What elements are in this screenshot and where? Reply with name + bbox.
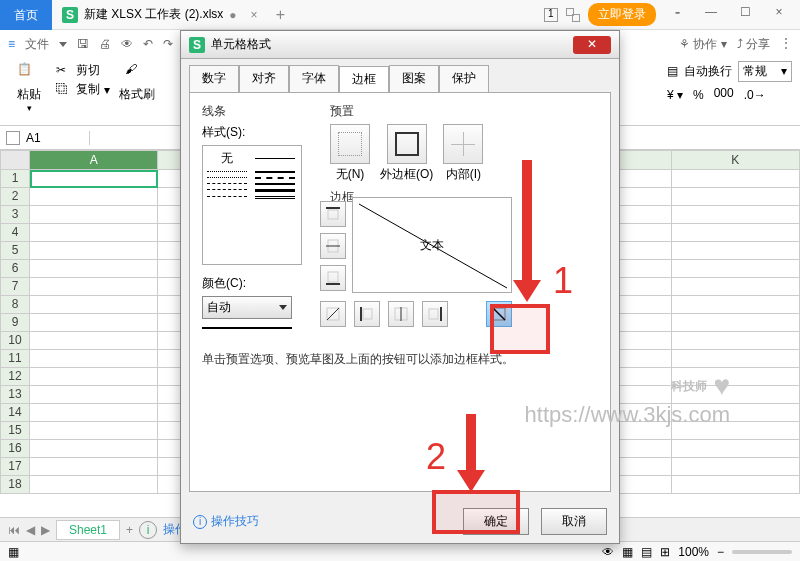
- col-header-A[interactable]: A: [30, 150, 158, 170]
- cell[interactable]: [30, 260, 158, 278]
- cell[interactable]: [30, 296, 158, 314]
- cell[interactable]: [672, 368, 800, 386]
- tab-number[interactable]: 数字: [189, 65, 239, 92]
- login-button[interactable]: 立即登录: [588, 3, 656, 26]
- row-header[interactable]: 16: [0, 440, 30, 458]
- cell[interactable]: [30, 224, 158, 242]
- maximize-icon[interactable]: ☐: [732, 5, 758, 25]
- tab-protect[interactable]: 保护: [439, 65, 489, 92]
- cell[interactable]: [672, 476, 800, 494]
- comma-icon[interactable]: 000: [714, 86, 734, 105]
- row-header[interactable]: 5: [0, 242, 30, 260]
- cell[interactable]: [672, 206, 800, 224]
- apps-icon[interactable]: [566, 8, 580, 22]
- row-header[interactable]: 3: [0, 206, 30, 224]
- border-top-button[interactable]: [320, 201, 346, 227]
- color-dropdown[interactable]: 自动: [202, 296, 292, 319]
- preset-outer-button[interactable]: 外边框(O): [380, 124, 433, 183]
- row-header[interactable]: 7: [0, 278, 30, 296]
- cell[interactable]: [672, 224, 800, 242]
- border-right-button[interactable]: [422, 301, 448, 327]
- tab-workbook[interactable]: S 新建 XLSX 工作表 (2).xlsx ● ×: [52, 0, 268, 30]
- cell[interactable]: [30, 188, 158, 206]
- cell[interactable]: [672, 350, 800, 368]
- collab-link[interactable]: ⚘ 协作 ▾: [679, 36, 727, 53]
- sheet-nav-first-icon[interactable]: ⏮: [8, 523, 20, 537]
- cell[interactable]: [672, 278, 800, 296]
- cell[interactable]: [30, 386, 158, 404]
- undo-icon[interactable]: ↶: [143, 37, 153, 51]
- tab-font[interactable]: 字体: [289, 65, 339, 92]
- row-header[interactable]: 6: [0, 260, 30, 278]
- row-header[interactable]: 14: [0, 404, 30, 422]
- info-button[interactable]: i: [139, 521, 157, 539]
- zoom-out-icon[interactable]: −: [717, 545, 724, 559]
- border-preview[interactable]: 文本: [352, 197, 512, 293]
- sheet-tab-sheet1[interactable]: Sheet1: [56, 520, 120, 540]
- view-eye-icon[interactable]: 👁: [602, 545, 614, 559]
- cell[interactable]: [672, 170, 800, 188]
- row-header[interactable]: 1: [0, 170, 30, 188]
- view-normal-icon[interactable]: ▦: [622, 545, 633, 559]
- row-header[interactable]: 4: [0, 224, 30, 242]
- row-header[interactable]: 10: [0, 332, 30, 350]
- cell[interactable]: [672, 332, 800, 350]
- col-header-K[interactable]: K: [672, 150, 800, 170]
- row-header[interactable]: 15: [0, 422, 30, 440]
- view-page-icon[interactable]: ▤: [641, 545, 652, 559]
- cell[interactable]: [30, 170, 158, 188]
- sheet-nav-prev-icon[interactable]: ◀: [26, 523, 35, 537]
- add-tab-button[interactable]: +: [268, 6, 293, 24]
- border-left-button[interactable]: [354, 301, 380, 327]
- row-header[interactable]: 13: [0, 386, 30, 404]
- merge-icon[interactable]: ▤: [667, 64, 678, 78]
- file-menu[interactable]: 文件: [25, 36, 49, 53]
- dialog-titlebar[interactable]: S 单元格格式 ✕: [181, 31, 619, 59]
- name-box[interactable]: A1: [0, 131, 90, 145]
- save-icon[interactable]: 🖫: [77, 37, 89, 51]
- preset-inner-button[interactable]: 内部(I): [443, 124, 483, 183]
- cell[interactable]: [30, 350, 158, 368]
- wrap-button[interactable]: 自动换行: [684, 63, 732, 80]
- inc-decimal-icon[interactable]: .0→: [744, 88, 766, 102]
- cell[interactable]: [30, 458, 158, 476]
- row-header[interactable]: 18: [0, 476, 30, 494]
- row-header[interactable]: 2: [0, 188, 30, 206]
- cell[interactable]: [30, 242, 158, 260]
- cell[interactable]: [672, 314, 800, 332]
- line-style-list[interactable]: 无: [202, 145, 302, 265]
- tab-alignment[interactable]: 对齐: [239, 65, 289, 92]
- percent-icon[interactable]: %: [693, 88, 704, 102]
- border-middle-v-button[interactable]: [388, 301, 414, 327]
- tab-border[interactable]: 边框: [339, 66, 389, 93]
- grid-view-icon[interactable]: 1: [544, 8, 558, 22]
- select-all-corner[interactable]: [0, 150, 30, 170]
- cancel-button[interactable]: 取消: [541, 508, 607, 535]
- status-mode-icon[interactable]: ▦: [8, 545, 19, 559]
- cell[interactable]: [30, 314, 158, 332]
- cut-button[interactable]: ✂剪切: [56, 62, 110, 79]
- row-header[interactable]: 11: [0, 350, 30, 368]
- cell[interactable]: [672, 404, 800, 422]
- cell[interactable]: [672, 458, 800, 476]
- row-header[interactable]: 8: [0, 296, 30, 314]
- cell[interactable]: [30, 440, 158, 458]
- row-header[interactable]: 17: [0, 458, 30, 476]
- tips-link[interactable]: i操作技巧: [193, 513, 259, 530]
- cell[interactable]: [30, 278, 158, 296]
- preset-none-button[interactable]: 无(N): [330, 124, 370, 183]
- copy-button[interactable]: ⿻复制 ▾: [56, 81, 110, 98]
- style-none[interactable]: 无: [207, 150, 247, 167]
- row-header[interactable]: 9: [0, 314, 30, 332]
- cell[interactable]: [30, 476, 158, 494]
- number-format-dropdown[interactable]: 常规▾: [738, 61, 792, 82]
- close-window-icon[interactable]: ×: [766, 5, 792, 25]
- dialog-close-button[interactable]: ✕: [573, 36, 611, 54]
- cell[interactable]: [672, 242, 800, 260]
- currency-icon[interactable]: ¥ ▾: [667, 88, 683, 102]
- cell[interactable]: [672, 260, 800, 278]
- cell[interactable]: [672, 440, 800, 458]
- border-middle-h-button[interactable]: [320, 233, 346, 259]
- tab-pattern[interactable]: 图案: [389, 65, 439, 92]
- cell[interactable]: [672, 296, 800, 314]
